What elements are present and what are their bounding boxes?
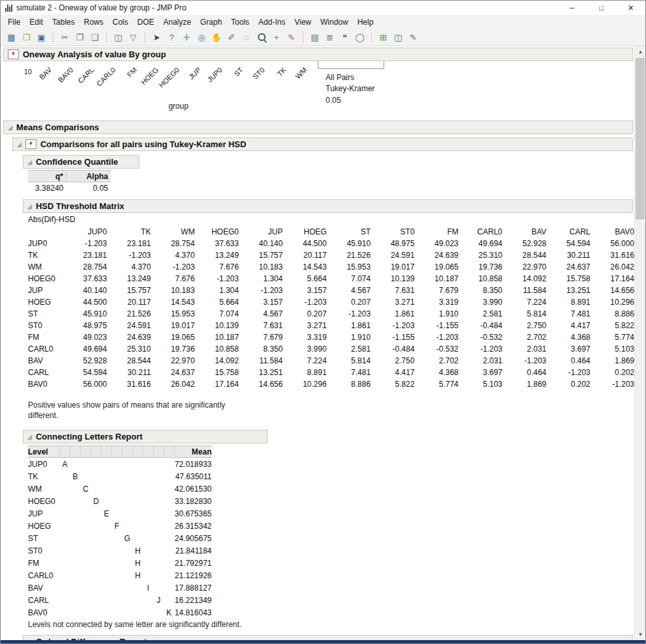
hsd-cell: 19.017 [152,320,196,331]
disclosure-triangle-icon[interactable]: ◢ [27,434,32,440]
connecting-letter [81,594,91,606]
connecting-letter [122,495,133,507]
menu-add-ins[interactable]: Add-Ins [254,15,290,29]
connecting-letter [91,507,102,520]
scroll-down-icon[interactable]: ▼ [635,629,646,640]
help-tool-icon[interactable]: ? [165,31,178,44]
hsd-cell: 14.543 [152,296,196,308]
annotate-tool-icon[interactable]: ✎ [285,31,298,44]
hsd-cell: -1.203 [372,320,415,331]
lasso-tool-icon[interactable]: ◌ [240,31,253,44]
open-file-icon[interactable]: ❒ [20,31,33,44]
hsd-row-label: JUP0 [28,238,64,249]
callout-tool-icon[interactable]: ❝ [338,31,352,44]
hsd-cell: 0.202 [548,378,591,390]
connecting-letter [143,569,154,581]
menu-view[interactable]: View [290,15,316,29]
crosshair-tool-icon[interactable]: ✛ [180,31,193,44]
save-icon[interactable]: ▣ [35,31,48,44]
hsd-cell: 0.464 [548,355,591,367]
new-journal-icon[interactable]: ⊞ [376,31,390,44]
close-button[interactable]: ✕ [616,1,645,15]
hsd-cell: 11.584 [240,355,284,367]
hsd-cell: 13.251 [548,285,591,296]
hsd-cell: 8.886 [591,308,636,320]
red-triangle-menu-icon[interactable]: ▼ [8,49,19,59]
new-data-table-icon[interactable]: ▦ [5,31,18,44]
menu-window[interactable]: Window [316,15,353,29]
select-rows-icon[interactable]: ◫ [111,31,125,44]
connecting-letter [143,532,154,544]
menu-help[interactable]: Help [353,15,378,29]
vertical-scrollbar[interactable]: ▲ ▼ [634,46,645,640]
hsd-cell: 15.758 [548,273,591,285]
disclosure-triangle-icon[interactable]: ◢ [27,203,32,210]
zoom-fit-tool-icon[interactable]: ◎ [195,31,208,44]
hsd-cell: 5.774 [591,331,636,343]
hsd-cell: 26.042 [591,261,636,273]
letters-row: CARL0H21.121926 [28,569,212,581]
magnifier-tool-icon[interactable] [255,31,268,44]
plus-tool-icon[interactable]: + [270,31,283,44]
hsd-cell: 4.370 [152,249,196,261]
data-filter-icon[interactable]: ▽ [126,31,140,44]
hsd-cell: 7.631 [240,320,284,331]
connecting-letter [102,483,112,495]
hsd-cell: 3.157 [284,285,328,296]
edit-script-icon[interactable]: ✎ [406,31,420,44]
hsd-cell: 1.861 [372,308,415,320]
lines-tool-icon[interactable]: ≣ [323,31,337,44]
menu-analyze[interactable]: Analyze [159,15,196,29]
red-triangle-menu-icon[interactable]: ▼ [25,139,36,149]
hsd-cell: 7.074 [196,308,240,320]
toolbar-separator [53,33,53,43]
hsd-cell: 4.368 [548,331,591,343]
hsd-column-header: JUP [240,226,284,238]
menu-file[interactable]: File [3,15,25,29]
menu-tools[interactable]: Tools [227,15,254,29]
disclosure-triangle-icon[interactable]: ◢ [27,159,32,165]
grabber-tool-icon[interactable]: ✋ [210,31,223,44]
scrollbar-thumb[interactable] [636,58,645,219]
y-axis-tick-label: 10 [10,68,32,76]
menu-graph[interactable]: Graph [195,15,226,29]
hsd-cell: 30.211 [548,249,591,261]
arrow-tool-icon[interactable]: ➤ [150,31,163,44]
minimize-button[interactable]: ─ [557,1,587,15]
disclosure-triangle-icon[interactable]: ◢ [8,124,12,131]
oval-tool-icon[interactable]: ◯ [353,31,367,44]
menu-doe[interactable]: DOE [133,15,159,29]
legend-line: Tukey-Kramer [326,84,375,93]
connecting-letter [133,581,143,594]
hsd-cell: -1.203 [548,367,591,378]
letters-row: HOEGF26.315342 [28,520,212,532]
maximize-button[interactable]: □ [587,1,616,15]
hsd-cell: 20.117 [284,249,328,261]
menu-cols[interactable]: Cols [108,15,133,29]
cut-icon[interactable]: ✂ [58,31,72,44]
hsd-cell: 10.183 [152,285,196,296]
hsd-cell: 4.567 [328,285,372,296]
connecting-letter [112,581,122,594]
scroll-up-icon[interactable]: ▲ [635,46,646,57]
connecting-letter [122,606,133,619]
text-box-tool-icon[interactable]: ▤ [308,31,322,44]
disclosure-triangle-icon[interactable]: ◢ [17,141,21,148]
hsd-cell: -0.532 [416,343,460,355]
menu-rows[interactable]: Rows [79,15,108,29]
menu-tables[interactable]: Tables [48,15,79,29]
brush-tool-icon[interactable]: ✐ [225,31,238,44]
paste-icon[interactable]: ❑ [88,31,102,44]
connecting-letter [60,532,70,544]
connecting-letter [154,507,164,520]
level-column-header: Level [28,446,60,458]
window-list-icon[interactable]: ◫ [391,31,405,44]
menu-edit[interactable]: Edit [25,15,48,29]
copy-icon[interactable]: ❐ [73,31,87,44]
connecting-letter [143,507,154,520]
legend-line: 0.05 [326,96,341,105]
hsd-row: JUP0-1.20323.18128.75437.63340.14044.500… [28,238,636,249]
mean-value: 30.675365 [175,507,212,520]
hsd-row-label: ST [28,308,64,320]
hsd-cell: 23.181 [108,238,152,249]
